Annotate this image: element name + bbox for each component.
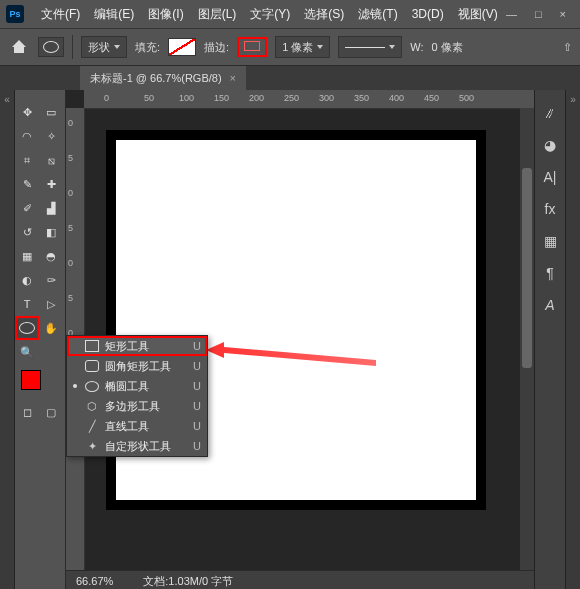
active-dot <box>73 384 77 388</box>
right-panel-dock: ⫽ ◕ A| fx ▦ ¶ A <box>534 90 565 589</box>
scrollbar-thumb[interactable] <box>522 168 532 368</box>
move-tool[interactable]: ✥ <box>15 100 39 124</box>
window-controls: — □ × <box>506 8 574 20</box>
gradient-tool[interactable]: ▦ <box>15 244 39 268</box>
foreground-color[interactable] <box>21 370 41 390</box>
shape-tool-flyout: 矩形工具U 圆角矩形工具U 椭圆工具U ⬡多边形工具U ╱直线工具U ✦自定形状… <box>66 335 208 457</box>
menu-3d[interactable]: 3D(D) <box>405 7 451 21</box>
slice-tool[interactable]: ⧅ <box>39 148 63 172</box>
properties-icon[interactable]: ▦ <box>541 232 559 250</box>
chevron-down-icon <box>389 45 395 49</box>
color-icon[interactable]: ◕ <box>541 136 559 154</box>
minimize-button[interactable]: — <box>506 8 517 20</box>
shape-mode-dropdown[interactable]: 形状 <box>81 36 127 58</box>
character-icon[interactable]: A| <box>541 168 559 186</box>
menu-select[interactable]: 选择(S) <box>297 6 351 23</box>
flyout-rectangle[interactable]: 矩形工具U <box>67 336 207 356</box>
menu-type[interactable]: 文字(Y) <box>243 6 297 23</box>
document-tab-bar: 未标题-1 @ 66.7%(RGB/8) × <box>0 66 580 90</box>
lasso-tool[interactable]: ◠ <box>15 124 39 148</box>
width-label: W: <box>410 41 423 53</box>
ruler-horizontal: 050100150200250300350400450500 <box>84 90 534 109</box>
maximize-button[interactable]: □ <box>535 8 542 20</box>
doc-info: 文档:1.03M/0 字节 <box>143 574 233 589</box>
history-brush-tool[interactable]: ↺ <box>15 220 39 244</box>
eraser-tool[interactable]: ◧ <box>39 220 63 244</box>
line-icon: ╱ <box>85 420 99 433</box>
document-tab-title: 未标题-1 @ 66.7%(RGB/8) <box>90 71 222 86</box>
options-bar: 形状 填充: 描边: 1 像素 W: 0 像素 ⇧ <box>0 29 580 66</box>
panel-collapse-left[interactable]: « <box>0 90 15 589</box>
document-tab[interactable]: 未标题-1 @ 66.7%(RGB/8) × <box>80 66 246 90</box>
svg-marker-0 <box>206 342 376 366</box>
tool-preset-ellipse[interactable] <box>38 37 64 57</box>
zoom-level[interactable]: 66.67% <box>76 575 113 587</box>
tab-close-icon[interactable]: × <box>230 72 236 84</box>
healing-tool[interactable]: ✚ <box>39 172 63 196</box>
ellipse-icon <box>85 381 99 392</box>
polygon-icon: ⬡ <box>85 400 99 413</box>
brush-tool[interactable]: ✐ <box>15 196 39 220</box>
stroke-swatch[interactable] <box>237 37 267 57</box>
shape-tool[interactable] <box>15 316 39 340</box>
toolbox: ✥▭ ◠✧ ⌗⧅ ✎✚ ✐▟ ↺◧ ▦◓ ◐✑ T▷ ✋ 🔍 ◻▢ <box>15 90 66 589</box>
panel-collapse-right[interactable]: » <box>565 90 580 589</box>
marquee-tool[interactable]: ▭ <box>39 100 63 124</box>
canvas-area: 050100150200250300350400450500 05050505 … <box>66 90 534 589</box>
magic-wand-tool[interactable]: ✧ <box>39 124 63 148</box>
menu-layer[interactable]: 图层(L) <box>191 6 244 23</box>
dodge-tool[interactable]: ◐ <box>15 268 39 292</box>
menu-file[interactable]: 文件(F) <box>34 6 87 23</box>
menu-filter[interactable]: 滤镜(T) <box>351 6 404 23</box>
chevron-down-icon <box>114 45 120 49</box>
eyedropper-tool[interactable]: ✎ <box>15 172 39 196</box>
pen-tool[interactable]: ✑ <box>39 268 63 292</box>
status-bar: 66.67% 文档:1.03M/0 字节 <box>66 570 534 589</box>
zoom-tool[interactable]: 🔍 <box>15 340 39 364</box>
flyout-line[interactable]: ╱直线工具U <box>67 416 207 436</box>
app-logo: Ps <box>6 5 24 23</box>
blur-tool[interactable]: ◓ <box>39 244 63 268</box>
title-bar: Ps 文件(F) 编辑(E) 图像(I) 图层(L) 文字(Y) 选择(S) 滤… <box>0 0 580 29</box>
flyout-polygon[interactable]: ⬡多边形工具U <box>67 396 207 416</box>
stroke-label: 描边: <box>204 40 229 55</box>
workspace: « ✥▭ ◠✧ ⌗⧅ ✎✚ ✐▟ ↺◧ ▦◓ ◐✑ T▷ ✋ 🔍 ◻▢ 0501… <box>0 90 580 589</box>
chevron-down-icon <box>317 45 323 49</box>
flyout-ellipse[interactable]: 椭圆工具U <box>67 376 207 396</box>
screenmode-tool[interactable]: ▢ <box>39 400 63 424</box>
annotation-arrow <box>206 340 376 370</box>
share-icon[interactable]: ⇧ <box>563 41 572 54</box>
width-value[interactable]: 0 像素 <box>432 40 463 55</box>
fill-swatch[interactable] <box>168 38 196 56</box>
home-icon[interactable] <box>8 38 30 56</box>
rounded-rect-icon <box>85 360 99 372</box>
rectangle-icon <box>85 340 99 352</box>
path-select-tool[interactable]: ▷ <box>39 292 63 316</box>
glyphs-icon[interactable]: A <box>541 296 559 314</box>
fill-label: 填充: <box>135 40 160 55</box>
styles-icon[interactable]: fx <box>541 200 559 218</box>
flyout-rounded-rect[interactable]: 圆角矩形工具U <box>67 356 207 376</box>
menu-edit[interactable]: 编辑(E) <box>87 6 141 23</box>
custom-shape-icon: ✦ <box>85 440 99 453</box>
menu-image[interactable]: 图像(I) <box>141 6 190 23</box>
crop-tool[interactable]: ⌗ <box>15 148 39 172</box>
menu-view[interactable]: 视图(V) <box>451 6 505 23</box>
stroke-style-dropdown[interactable] <box>338 36 402 58</box>
scrollbar-vertical[interactable] <box>520 108 534 571</box>
histogram-icon[interactable]: ⫽ <box>541 104 559 122</box>
quickmask-tool[interactable]: ◻ <box>15 400 39 424</box>
stroke-width-dropdown[interactable]: 1 像素 <box>275 36 330 58</box>
type-tool[interactable]: T <box>15 292 39 316</box>
hand-tool[interactable]: ✋ <box>39 316 63 340</box>
paragraph-icon[interactable]: ¶ <box>541 264 559 282</box>
flyout-custom-shape[interactable]: ✦自定形状工具U <box>67 436 207 456</box>
close-button[interactable]: × <box>560 8 566 20</box>
stamp-tool[interactable]: ▟ <box>39 196 63 220</box>
